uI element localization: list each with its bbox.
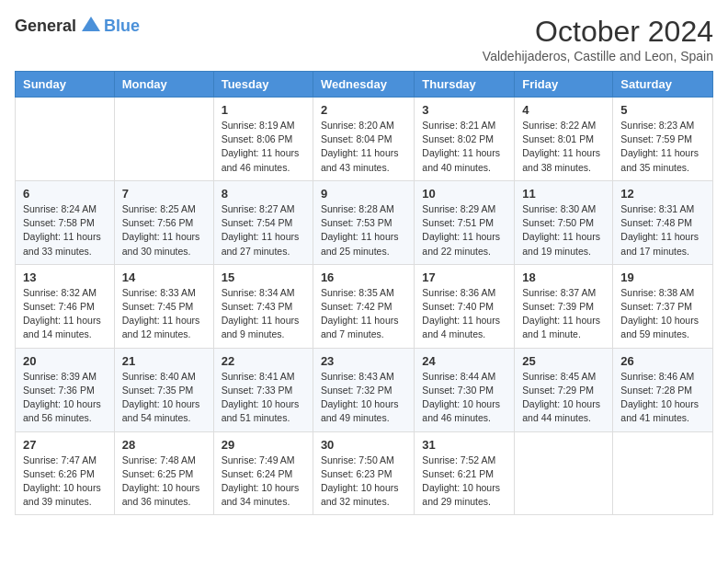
day-info: Sunrise: 8:39 AM Sunset: 7:36 PM Dayligh… [23,370,107,426]
title-area: October 2024 Valdehijaderos, Castille an… [483,15,713,63]
day-info: Sunrise: 8:34 AM Sunset: 7:43 PM Dayligh… [222,286,305,342]
day-number: 12 [620,187,705,201]
calendar-cell: 31Sunrise: 7:52 AM Sunset: 6:21 PM Dayli… [415,431,515,515]
calendar-cell: 29Sunrise: 7:49 AM Sunset: 6:24 PM Dayli… [213,431,313,515]
day-info: Sunrise: 8:25 AM Sunset: 7:56 PM Dayligh… [122,202,206,259]
calendar-cell: 9Sunrise: 8:28 AM Sunset: 7:53 PM Daylig… [313,180,414,264]
day-number: 31 [422,438,506,452]
day-info: Sunrise: 8:35 AM Sunset: 7:42 PM Dayligh… [321,286,406,342]
calendar-header-row: SundayMondayTuesdayWednesdayThursdayFrid… [16,72,713,98]
day-info: Sunrise: 7:49 AM Sunset: 6:24 PM Dayligh… [222,454,305,510]
day-number: 6 [23,187,107,201]
day-number: 7 [122,187,206,201]
day-info: Sunrise: 7:50 AM Sunset: 6:23 PM Dayligh… [321,454,406,510]
day-info: Sunrise: 8:31 AM Sunset: 7:48 PM Dayligh… [620,202,705,259]
logo-general: General [15,17,76,36]
day-info: Sunrise: 8:20 AM Sunset: 8:04 PM Dayligh… [321,119,406,175]
calendar-cell [613,431,713,515]
day-info: Sunrise: 8:38 AM Sunset: 7:37 PM Dayligh… [620,286,705,342]
day-info: Sunrise: 8:22 AM Sunset: 8:01 PM Dayligh… [522,119,605,175]
calendar-cell: 14Sunrise: 8:33 AM Sunset: 7:45 PM Dayli… [114,264,213,348]
calendar-week-row: 6Sunrise: 8:24 AM Sunset: 7:58 PM Daylig… [16,180,713,264]
day-info: Sunrise: 8:19 AM Sunset: 8:06 PM Dayligh… [222,119,305,175]
day-info: Sunrise: 8:33 AM Sunset: 7:45 PM Dayligh… [122,286,206,342]
calendar-cell [114,98,213,181]
day-number: 30 [321,438,406,452]
calendar-cell: 10Sunrise: 8:29 AM Sunset: 7:51 PM Dayli… [415,180,515,264]
page-header: General Blue October 2024 Valdehijaderos… [15,15,713,63]
calendar-cell: 20Sunrise: 8:39 AM Sunset: 7:36 PM Dayli… [16,348,115,431]
svg-marker-0 [82,17,100,31]
location-subtitle: Valdehijaderos, Castille and Leon, Spain [483,49,713,63]
day-info: Sunrise: 8:36 AM Sunset: 7:40 PM Dayligh… [422,286,506,342]
day-info: Sunrise: 8:23 AM Sunset: 7:59 PM Dayligh… [620,119,705,175]
calendar-week-row: 27Sunrise: 7:47 AM Sunset: 6:26 PM Dayli… [16,431,713,515]
calendar-cell: 4Sunrise: 8:22 AM Sunset: 8:01 PM Daylig… [515,98,613,181]
day-header-sunday: Sunday [16,72,115,98]
day-number: 3 [422,103,506,117]
calendar-cell: 18Sunrise: 8:37 AM Sunset: 7:39 PM Dayli… [515,264,613,348]
day-number: 19 [620,270,705,284]
day-number: 11 [522,187,605,201]
day-number: 16 [321,270,406,284]
calendar-cell: 22Sunrise: 8:41 AM Sunset: 7:33 PM Dayli… [213,348,313,431]
calendar-cell: 24Sunrise: 8:44 AM Sunset: 7:30 PM Dayli… [415,348,515,431]
logo-icon [80,15,102,37]
day-info: Sunrise: 7:52 AM Sunset: 6:21 PM Dayligh… [422,454,506,510]
calendar-cell: 6Sunrise: 8:24 AM Sunset: 7:58 PM Daylig… [16,180,115,264]
day-header-tuesday: Tuesday [213,72,313,98]
day-number: 13 [23,270,107,284]
day-number: 4 [522,103,605,117]
day-header-wednesday: Wednesday [313,72,414,98]
day-info: Sunrise: 7:48 AM Sunset: 6:25 PM Dayligh… [122,454,206,510]
calendar-cell: 27Sunrise: 7:47 AM Sunset: 6:26 PM Dayli… [16,431,115,515]
day-number: 5 [620,103,705,117]
day-number: 14 [122,270,206,284]
day-number: 28 [122,438,206,452]
logo: General Blue [15,15,140,37]
day-info: Sunrise: 8:37 AM Sunset: 7:39 PM Dayligh… [522,286,605,342]
day-info: Sunrise: 7:47 AM Sunset: 6:26 PM Dayligh… [23,454,107,510]
calendar-week-row: 1Sunrise: 8:19 AM Sunset: 8:06 PM Daylig… [16,98,713,181]
day-info: Sunrise: 8:32 AM Sunset: 7:46 PM Dayligh… [23,286,107,342]
calendar-cell: 16Sunrise: 8:35 AM Sunset: 7:42 PM Dayli… [313,264,414,348]
calendar-cell: 13Sunrise: 8:32 AM Sunset: 7:46 PM Dayli… [16,264,115,348]
calendar-cell: 30Sunrise: 7:50 AM Sunset: 6:23 PM Dayli… [313,431,414,515]
calendar-cell: 15Sunrise: 8:34 AM Sunset: 7:43 PM Dayli… [213,264,313,348]
day-info: Sunrise: 8:29 AM Sunset: 7:51 PM Dayligh… [422,202,506,259]
calendar-cell: 23Sunrise: 8:43 AM Sunset: 7:32 PM Dayli… [313,348,414,431]
day-number: 25 [522,354,605,368]
calendar-cell: 25Sunrise: 8:45 AM Sunset: 7:29 PM Dayli… [515,348,613,431]
day-number: 20 [23,354,107,368]
calendar-cell: 12Sunrise: 8:31 AM Sunset: 7:48 PM Dayli… [613,180,713,264]
calendar-cell: 21Sunrise: 8:40 AM Sunset: 7:35 PM Dayli… [114,348,213,431]
day-info: Sunrise: 8:21 AM Sunset: 8:02 PM Dayligh… [422,119,506,175]
calendar-cell: 1Sunrise: 8:19 AM Sunset: 8:06 PM Daylig… [213,98,313,181]
day-info: Sunrise: 8:40 AM Sunset: 7:35 PM Dayligh… [122,370,206,426]
day-number: 1 [222,103,305,117]
calendar-cell: 2Sunrise: 8:20 AM Sunset: 8:04 PM Daylig… [313,98,414,181]
day-number: 15 [222,270,305,284]
day-number: 18 [522,270,605,284]
day-info: Sunrise: 8:24 AM Sunset: 7:58 PM Dayligh… [23,202,107,259]
calendar-table: SundayMondayTuesdayWednesdayThursdayFrid… [15,71,713,515]
day-number: 10 [422,187,506,201]
calendar-cell: 3Sunrise: 8:21 AM Sunset: 8:02 PM Daylig… [415,98,515,181]
day-info: Sunrise: 8:41 AM Sunset: 7:33 PM Dayligh… [222,370,305,426]
calendar-cell [515,431,613,515]
day-number: 2 [321,103,406,117]
calendar-cell: 19Sunrise: 8:38 AM Sunset: 7:37 PM Dayli… [613,264,713,348]
day-number: 21 [122,354,206,368]
day-number: 27 [23,438,107,452]
calendar-cell [16,98,115,181]
logo-blue: Blue [104,17,140,36]
day-info: Sunrise: 8:27 AM Sunset: 7:54 PM Dayligh… [222,202,305,259]
calendar-cell: 26Sunrise: 8:46 AM Sunset: 7:28 PM Dayli… [613,348,713,431]
calendar-cell: 5Sunrise: 8:23 AM Sunset: 7:59 PM Daylig… [613,98,713,181]
calendar-cell: 17Sunrise: 8:36 AM Sunset: 7:40 PM Dayli… [415,264,515,348]
calendar-cell: 8Sunrise: 8:27 AM Sunset: 7:54 PM Daylig… [213,180,313,264]
day-info: Sunrise: 8:30 AM Sunset: 7:50 PM Dayligh… [522,202,605,259]
day-number: 26 [620,354,705,368]
calendar-week-row: 13Sunrise: 8:32 AM Sunset: 7:46 PM Dayli… [16,264,713,348]
day-info: Sunrise: 8:45 AM Sunset: 7:29 PM Dayligh… [522,370,605,426]
